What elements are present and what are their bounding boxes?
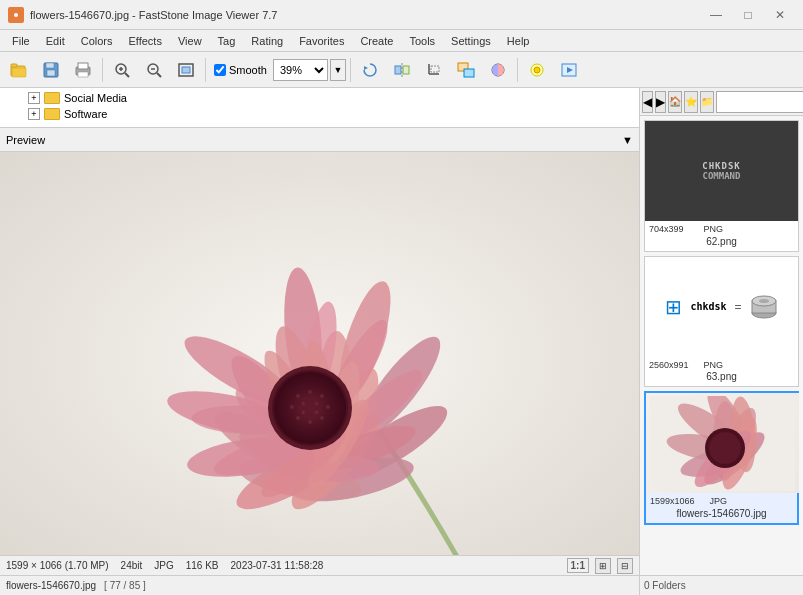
flower-thumb-preview — [646, 393, 799, 493]
right-panel-bottom: 0 Folders — [640, 575, 803, 595]
svg-rect-6 — [46, 63, 54, 68]
preview-collapse-arrow[interactable]: ▼ — [622, 134, 633, 146]
menu-create[interactable]: Create — [352, 30, 401, 52]
thumbnail-list[interactable]: CHKDSK COMMAND 704x399 PNG 62.png ⊞ chk — [640, 116, 803, 575]
title-controls: — □ ✕ — [701, 5, 795, 25]
left-panel: + Social Media + Software Preview ▼ — [0, 88, 640, 595]
app-icon — [8, 7, 24, 23]
svg-point-80 — [302, 400, 318, 416]
svg-rect-4 — [12, 68, 26, 77]
tb-zoom-out-button[interactable] — [139, 56, 169, 84]
thumbnail-image-flower — [646, 393, 799, 493]
menu-tools[interactable]: Tools — [401, 30, 443, 52]
tb-open-button[interactable] — [4, 56, 34, 84]
bottom-frame: [ 77 / 85 ] — [104, 580, 146, 591]
menu-colors[interactable]: Colors — [73, 30, 121, 52]
menu-file[interactable]: File — [4, 30, 38, 52]
title-left: flowers-1546670.jpg - FastStone Image Vi… — [8, 7, 277, 23]
close-button[interactable]: ✕ — [765, 5, 795, 25]
main-area: + Social Media + Software Preview ▼ — [0, 88, 803, 595]
tb-rotate-button[interactable] — [355, 56, 385, 84]
tb-zoom-in-button[interactable] — [107, 56, 137, 84]
nav-home-button[interactable]: 🏠 — [668, 91, 682, 113]
folder-social-media[interactable]: + Social Media — [4, 90, 635, 106]
menu-tag[interactable]: Tag — [210, 30, 244, 52]
tb-fit-button[interactable] — [171, 56, 201, 84]
thumbnail-meta-63: 2560x991 PNG — [645, 357, 798, 372]
equals-sign: = — [735, 300, 742, 314]
maximize-button[interactable]: □ — [733, 5, 763, 25]
svg-point-72 — [320, 416, 324, 420]
thumbnail-item-62[interactable]: CHKDSK COMMAND 704x399 PNG 62.png — [644, 120, 799, 252]
bottom-bar: flowers-1546670.jpg [ 77 / 85 ] — [0, 575, 639, 595]
folder-icon — [44, 92, 60, 104]
nav-folder-button[interactable]: 📁 — [700, 91, 714, 113]
menu-effects[interactable]: Effects — [121, 30, 170, 52]
right-panel: ◀ ▶ 🏠 ⭐ 📁 ✕ CHKDSK COMMAND 704x399 — [640, 88, 803, 595]
disk-icon — [750, 295, 778, 319]
path-combo[interactable] — [716, 91, 803, 113]
svg-rect-7 — [47, 70, 55, 76]
toolbar-separator-2 — [205, 58, 206, 82]
right-nav: ◀ ▶ 🏠 ⭐ 📁 ✕ — [640, 88, 803, 116]
folder-expand-icon[interactable]: + — [28, 92, 40, 104]
thumb-flower-format: JPG — [710, 496, 728, 506]
smooth-label[interactable]: Smooth — [229, 64, 267, 76]
menu-help[interactable]: Help — [499, 30, 538, 52]
menu-favorites[interactable]: Favorites — [291, 30, 352, 52]
preview-label: Preview — [6, 134, 45, 146]
toolbar: Smooth 10% 25% 39% 50% 75% 100% 150% 200… — [0, 52, 803, 88]
tb-save-button[interactable] — [36, 56, 66, 84]
tb-flip-button[interactable] — [387, 56, 417, 84]
nav-back-button[interactable]: ◀ — [642, 91, 653, 113]
svg-point-74 — [296, 416, 300, 420]
thumbnail-meta-62: 704x399 PNG — [645, 221, 798, 236]
thumbnail-image-63: ⊞ chkdsk = — [645, 257, 798, 357]
status-size: 116 KB — [186, 560, 219, 571]
status-format: JPG — [154, 560, 173, 571]
tb-color-adjust-button[interactable] — [483, 56, 513, 84]
thumbnail-item-flower[interactable]: 1599x1066 JPG flowers-1546670.jpg — [644, 391, 799, 525]
thumbnail-item-63[interactable]: ⊞ chkdsk = 25 — [644, 256, 799, 388]
toolbar-separator-1 — [102, 58, 103, 82]
svg-point-68 — [296, 394, 300, 398]
status-ratio: 1:1 — [567, 558, 589, 573]
status-actual-button[interactable]: ⊟ — [617, 558, 633, 574]
thumb-flower-dimensions: 1599x1066 — [650, 496, 695, 506]
svg-rect-28 — [464, 69, 474, 77]
toolbar-separator-3 — [350, 58, 351, 82]
zoom-dropdown-arrow[interactable]: ▼ — [330, 59, 346, 81]
tb-slideshow-button[interactable] — [554, 56, 584, 84]
status-dimensions: 1599 × 1066 (1.70 MP) — [6, 560, 109, 571]
nav-forward-button[interactable]: ▶ — [655, 91, 666, 113]
tb-print-button[interactable] — [68, 56, 98, 84]
menu-rating[interactable]: Rating — [243, 30, 291, 52]
image-preview — [0, 152, 639, 555]
smooth-checkbox[interactable] — [214, 64, 226, 76]
thumbnail-name-62: 62.png — [645, 236, 798, 247]
tb-crop-button[interactable] — [419, 56, 449, 84]
folder-software[interactable]: + Software — [4, 106, 635, 122]
folder-name-social: Social Media — [64, 92, 127, 104]
menu-view[interactable]: View — [170, 30, 210, 52]
svg-point-71 — [326, 405, 330, 409]
svg-rect-21 — [395, 66, 401, 74]
folder-expand-icon-2[interactable]: + — [28, 108, 40, 120]
menu-edit[interactable]: Edit — [38, 30, 73, 52]
menu-settings[interactable]: Settings — [443, 30, 499, 52]
svg-rect-3 — [11, 64, 17, 67]
thumb-62-format: PNG — [704, 224, 724, 234]
nav-favorites-button[interactable]: ⭐ — [684, 91, 698, 113]
window-title: flowers-1546670.jpg - FastStone Image Vi… — [30, 9, 277, 21]
chkdsk-label: chkdsk — [690, 301, 726, 312]
svg-rect-9 — [78, 63, 88, 69]
minimize-button[interactable]: — — [701, 5, 731, 25]
thumb-63-format: PNG — [704, 360, 724, 370]
zoom-select[interactable]: 10% 25% 39% 50% 75% 100% 150% 200% — [273, 59, 328, 81]
tb-resize-button[interactable] — [451, 56, 481, 84]
toolbar-separator-4 — [517, 58, 518, 82]
svg-point-97 — [709, 432, 741, 464]
tb-effects-button[interactable] — [522, 56, 552, 84]
svg-point-75 — [290, 405, 294, 409]
status-fit-button[interactable]: ⊞ — [595, 558, 611, 574]
